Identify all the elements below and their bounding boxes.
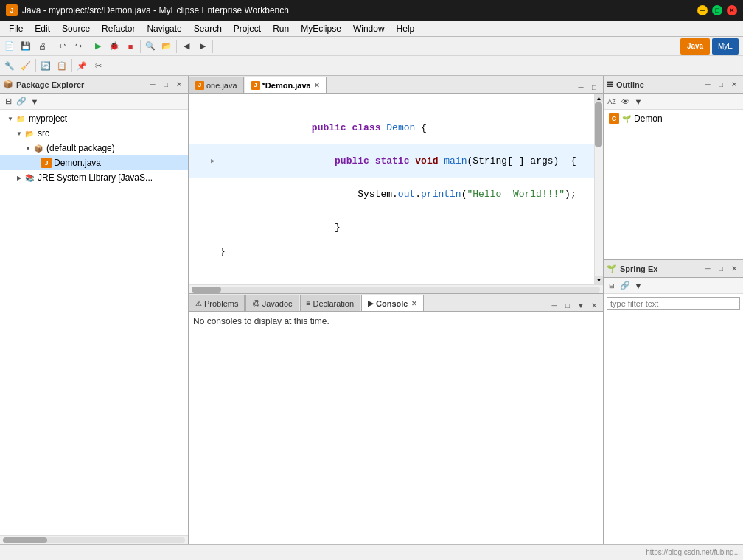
bottom-minimize-btn[interactable]: ─ bbox=[548, 299, 560, 311]
view-menu-btn[interactable]: ▼ bbox=[28, 95, 41, 108]
console-message: No consoles to display at this time. bbox=[193, 316, 329, 326]
tab-javadoc-label: Javadoc bbox=[262, 299, 293, 308]
menu-search[interactable]: Search bbox=[188, 22, 228, 35]
bottom-close-btn[interactable]: ✕ bbox=[588, 299, 600, 311]
menu-run[interactable]: Run bbox=[267, 22, 295, 35]
explorer-hscroll[interactable] bbox=[0, 535, 188, 544]
outline-menu-btn[interactable]: ▼ bbox=[632, 95, 645, 108]
code-text-3: public static void main(String[ ] args) … bbox=[220, 144, 576, 178]
spring-menu-btn[interactable]: ▼ bbox=[632, 279, 645, 293]
toolbar-paste-btn[interactable]: 📌 bbox=[74, 57, 90, 74]
scroll-up-btn[interactable]: ▲ bbox=[595, 94, 603, 102]
outline-sort-btn[interactable]: AZ bbox=[605, 95, 618, 108]
window-controls[interactable]: ─ □ ✕ bbox=[697, 5, 737, 15]
tab-console[interactable]: ▶ Console ✕ bbox=[361, 295, 423, 311]
outline-item-demon[interactable]: C 🌱 Demon bbox=[605, 111, 742, 126]
maximize-button[interactable]: □ bbox=[712, 5, 722, 15]
editor-minimize-btn[interactable]: ─ bbox=[575, 81, 587, 93]
spring-filter-input[interactable] bbox=[607, 297, 740, 310]
menu-file[interactable]: File bbox=[3, 22, 29, 35]
hscroll-thumb[interactable] bbox=[192, 287, 221, 293]
perspective-myeclipse-btn[interactable]: MyE bbox=[712, 38, 739, 55]
tree-label-default-package: (default package) bbox=[46, 143, 115, 153]
perspective-java-btn[interactable]: Java bbox=[680, 38, 710, 55]
toolbar-redo-btn[interactable]: ↪ bbox=[70, 38, 86, 55]
panel-close-btn[interactable]: ✕ bbox=[173, 79, 185, 91]
bottom-menu-btn[interactable]: ▼ bbox=[575, 299, 587, 311]
editor-maximize-btn[interactable]: □ bbox=[588, 81, 600, 93]
menu-myeclipse[interactable]: MyEclipse bbox=[295, 22, 347, 35]
toolbar-build-btn[interactable]: 🔧 bbox=[1, 57, 18, 74]
panel-maximize-btn[interactable]: □ bbox=[160, 79, 172, 91]
tree-item-src[interactable]: ▼ 📂 src bbox=[0, 126, 188, 141]
toolbar-run-btn[interactable]: ▶ bbox=[90, 38, 106, 55]
tree-item-jre[interactable]: ▶ 📚 JRE System Library [JavaS... bbox=[0, 170, 188, 185]
tree-item-default-package[interactable]: ▼ 📦 (default package) bbox=[0, 141, 188, 155]
toolbar-print-btn[interactable]: 🖨 bbox=[34, 38, 50, 55]
toolbar-search-btn[interactable]: 🔍 bbox=[142, 38, 158, 55]
close-button[interactable]: ✕ bbox=[727, 5, 737, 15]
toolbar-back-btn[interactable]: ◀ bbox=[178, 38, 195, 55]
link-editor-btn[interactable]: 🔗 bbox=[15, 95, 28, 108]
menu-window[interactable]: Window bbox=[347, 22, 391, 35]
tab-declaration[interactable]: ≡ Declaration bbox=[300, 295, 360, 311]
toolbar-forward-btn[interactable]: ▶ bbox=[195, 38, 211, 55]
toolbar-new-btn[interactable]: 📄 bbox=[1, 38, 18, 55]
toolbar-sep-3 bbox=[140, 40, 141, 53]
editor-hscroll[interactable] bbox=[189, 284, 603, 293]
outline-close-btn[interactable]: ✕ bbox=[728, 79, 740, 91]
toolbar-open-btn[interactable]: 📂 bbox=[158, 38, 175, 55]
outline-hide-btn[interactable]: 👁 bbox=[618, 95, 632, 108]
console-icon: ▶ bbox=[368, 299, 374, 307]
toolbar-clean-btn[interactable]: 🧹 bbox=[18, 57, 34, 74]
toolbar-undo-btn[interactable]: ↩ bbox=[54, 38, 70, 55]
spring-toolbar: ⊟ 🔗 ▼ bbox=[604, 278, 743, 294]
panel-minimize-btn[interactable]: ─ bbox=[147, 79, 158, 91]
tab-javadoc[interactable]: @ Javadoc bbox=[245, 295, 299, 311]
bottom-maximize-btn[interactable]: □ bbox=[562, 299, 573, 311]
minimize-button[interactable]: ─ bbox=[697, 5, 708, 15]
menu-edit[interactable]: Edit bbox=[29, 22, 56, 35]
tab-demon-java-close[interactable]: ✕ bbox=[314, 82, 320, 89]
scroll-track[interactable] bbox=[595, 102, 603, 276]
spring-explorer-panel: 🌱 Spring Ex ─ □ ✕ ⊟ 🔗 ▼ bbox=[604, 260, 743, 544]
spring-close-btn[interactable]: ✕ bbox=[728, 263, 740, 275]
menu-project[interactable]: Project bbox=[228, 22, 267, 35]
tree-item-myproject[interactable]: ▼ 📁 myproject bbox=[0, 111, 188, 126]
toolbar-sep-4 bbox=[176, 40, 177, 53]
outline-max-btn[interactable]: □ bbox=[715, 79, 727, 91]
menu-navigate[interactable]: Navigate bbox=[141, 22, 187, 35]
menu-source[interactable]: Source bbox=[56, 22, 96, 35]
spring-sort-btn[interactable]: ⊟ bbox=[605, 279, 618, 293]
toolbar-debug-btn[interactable]: 🐞 bbox=[106, 38, 122, 55]
code-line-2: public class Demon { bbox=[189, 111, 594, 144]
tab-console-label: Console bbox=[376, 299, 408, 308]
tab-demon-java[interactable]: J *Demon.java ✕ bbox=[245, 77, 327, 93]
tab-one-java[interactable]: J one.java bbox=[189, 77, 244, 93]
menu-help[interactable]: Help bbox=[391, 22, 421, 35]
toolbar-refresh-btn[interactable]: 🔄 bbox=[38, 57, 54, 74]
toolbar-copy-btn[interactable]: 📋 bbox=[54, 57, 70, 74]
package-explorer-header-icon: 📦 bbox=[3, 80, 13, 89]
menu-refactor[interactable]: Refactor bbox=[96, 22, 141, 35]
scroll-down-btn[interactable]: ▼ bbox=[595, 276, 603, 284]
jre-icon: 📚 bbox=[24, 172, 35, 183]
outline-header: ☰ Outline ─ □ ✕ bbox=[604, 76, 743, 94]
spring-link-btn[interactable]: 🔗 bbox=[618, 279, 632, 293]
scroll-thumb[interactable] bbox=[595, 102, 602, 147]
outline-min-btn[interactable]: ─ bbox=[702, 79, 714, 91]
toolbar-stop-btn[interactable]: ■ bbox=[122, 38, 139, 55]
tab-console-close[interactable]: ✕ bbox=[411, 300, 417, 307]
toolbar-cut-btn[interactable]: ✂ bbox=[90, 57, 106, 74]
hscroll-track[interactable] bbox=[192, 287, 600, 293]
spring-min-btn[interactable]: ─ bbox=[702, 263, 714, 275]
tab-problems[interactable]: ⚠ Problems bbox=[189, 295, 245, 311]
javadoc-icon: @ bbox=[252, 299, 259, 307]
collapse-all-btn[interactable]: ⊟ bbox=[1, 95, 15, 108]
tree-arrow-myproject: ▼ bbox=[6, 114, 15, 123]
toolbar-save-btn[interactable]: 💾 bbox=[18, 38, 34, 55]
code-editor[interactable]: public class Demon { ▶ public static voi… bbox=[189, 94, 594, 284]
tree-item-demon-java[interactable]: J Demon.java bbox=[0, 155, 188, 170]
spring-max-btn[interactable]: □ bbox=[715, 263, 727, 275]
editor-vscroll[interactable]: ▲ ▼ bbox=[594, 94, 603, 284]
